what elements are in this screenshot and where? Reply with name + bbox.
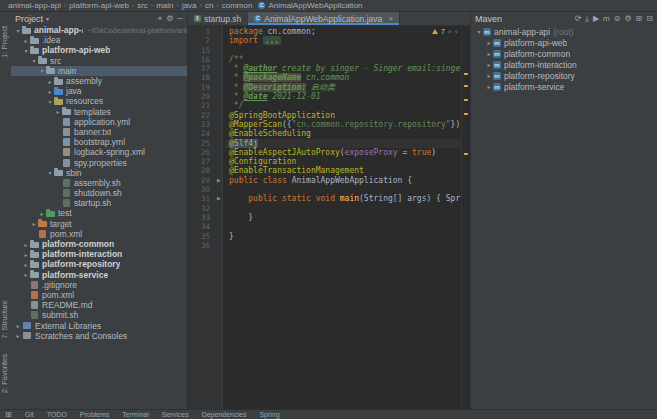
code-line-30[interactable]: 30 — [188, 185, 462, 194]
chevron-closed-icon[interactable]: ▸ — [22, 251, 30, 258]
chevron-closed-icon[interactable]: ▸ — [485, 50, 493, 57]
code-line-29[interactable]: 29▶public class AnimalAppWebApplication … — [188, 176, 462, 185]
editor-scrollbar[interactable] — [461, 25, 470, 410]
code-line-23[interactable]: 23@MapperScan({"cn.common.repository.rep… — [188, 120, 462, 129]
chevron-closed-icon[interactable]: ▸ — [22, 261, 30, 268]
maven-item-platform-common[interactable]: ▸mplatform-common — [471, 48, 657, 59]
tree-item-spy-properties[interactable]: spy.properties — [11, 157, 187, 167]
code-line-24[interactable]: 24@EnableScheduling — [188, 129, 462, 138]
maven-item-platform-api-web[interactable]: ▸mplatform-api-web — [471, 37, 657, 48]
tree-item-banner-txt[interactable]: banner.txt — [11, 127, 187, 137]
statusbar-item-spring[interactable]: Spring — [259, 411, 279, 418]
code-line-35[interactable]: 35} — [188, 232, 462, 241]
hide-icon[interactable]: ─ — [177, 14, 183, 23]
code-line-22[interactable]: 22@SpringBootApplication — [188, 111, 462, 120]
code-line-25[interactable]: 25@Slf4j — [188, 139, 462, 148]
chevron-closed-icon[interactable]: ▸ — [22, 37, 30, 44]
statusbar-item-dependencies[interactable]: Dependencies — [202, 411, 247, 418]
chevron-down-icon[interactable]: ▾ — [46, 15, 49, 22]
code-line-33[interactable]: 33 } — [188, 213, 462, 222]
stripe-project-button[interactable]: 1: Project — [0, 26, 9, 58]
tree-item-scratches-and-consoles[interactable]: ▸Scratches and Consoles — [11, 331, 187, 341]
tree-item-bootstrap-yml[interactable]: bootstrap.yml — [11, 137, 187, 147]
chevron-open-icon[interactable]: ▾ — [475, 28, 483, 35]
statusbar-item-services[interactable]: Services — [162, 411, 189, 418]
chevron-closed-icon[interactable]: ▸ — [485, 72, 493, 79]
nav-class-name[interactable]: AnimalAppWebApplication — [268, 1, 362, 10]
code-line-20[interactable]: 20 * @date 2021-12-01 — [188, 92, 462, 101]
tree-item-application-yml[interactable]: application.yml — [11, 117, 187, 127]
chevron-closed-icon[interactable]: ▸ — [22, 241, 30, 248]
tree-item-animal-app-api[interactable]: ▾animal-app-api~/GitCode/animal-platform… — [11, 25, 187, 35]
tree-item-assembly[interactable]: ▸assembly — [11, 76, 187, 86]
code-line-28[interactable]: 28@EnableTransactionManagement — [188, 166, 462, 175]
warning-stripe-mark[interactable] — [464, 99, 468, 101]
chevron-closed-icon[interactable]: ▸ — [485, 61, 493, 68]
tree-item-external-libraries[interactable]: ▸External Libraries — [11, 320, 187, 330]
code-line-27[interactable]: 27@Configuration — [188, 157, 462, 166]
project-panel-title[interactable]: Project — [15, 14, 43, 24]
chevron-closed-icon[interactable]: ▸ — [14, 322, 22, 329]
breadcrumb-item-cn[interactable]: cn — [205, 1, 213, 10]
settings-icon[interactable]: ⚙ — [166, 14, 173, 23]
stripe-structure-button[interactable]: 7: Structure — [0, 300, 9, 339]
tree-item-test[interactable]: ▸test — [11, 208, 187, 218]
tree-item-main[interactable]: ▾main — [11, 66, 187, 76]
breadcrumb-item-common[interactable]: common — [222, 1, 253, 10]
chevron-closed-icon[interactable]: ▸ — [38, 210, 46, 217]
tree-item-platform-common[interactable]: ▸platform-common — [11, 239, 187, 249]
breadcrumb-item-main[interactable]: main — [156, 1, 173, 10]
tree-item-platform-interaction[interactable]: ▸platform-interaction — [11, 249, 187, 259]
tree-item-submit-sh[interactable]: submit.sh — [11, 310, 187, 320]
code-area[interactable]: 1package cn.common;2import ...1516/**17 … — [188, 27, 462, 410]
tree-item-idea[interactable]: ▸.idea — [11, 35, 187, 45]
tree-item-logback-spring-xml[interactable]: logback-spring.xml — [11, 147, 187, 157]
tree-item-java[interactable]: ▸java — [11, 86, 187, 96]
code-line-32[interactable]: 32 — [188, 204, 462, 213]
breadcrumb-item-src[interactable]: src — [137, 1, 148, 10]
breadcrumb-item-platform-api-web[interactable]: platform-api-web — [69, 1, 129, 10]
chevron-closed-icon[interactable]: ▸ — [485, 39, 493, 46]
code-line-26[interactable]: 26@EnableAspectJAutoProxy(exposeProxy = … — [188, 148, 462, 157]
maven-item-platform-service[interactable]: ▸mplatform-service — [471, 81, 657, 92]
code-line-16[interactable]: 16/** — [188, 55, 462, 64]
tree-item-src[interactable]: ▾src — [11, 56, 187, 66]
execute-goal-icon[interactable]: m — [603, 14, 610, 23]
tool-window-switcher-icon[interactable]: ⊞ — [5, 410, 12, 419]
warning-stripe-mark[interactable] — [464, 73, 468, 75]
download-sources-icon[interactable]: ⤓ — [585, 14, 589, 23]
chevron-open-icon[interactable]: ▾ — [38, 67, 46, 74]
chevron-closed-icon[interactable]: ▸ — [30, 220, 38, 227]
code-line-2[interactable]: 2import ... — [188, 36, 462, 45]
chevron-closed-icon[interactable]: ▸ — [14, 332, 22, 339]
statusbar-item-problems[interactable]: Problems — [80, 411, 110, 418]
maven-item-platform-interaction[interactable]: ▸mplatform-interaction — [471, 59, 657, 70]
chevron-open-icon[interactable]: ▾ — [30, 57, 38, 64]
warning-stripe-mark[interactable] — [464, 85, 468, 87]
next-warning-icon[interactable]: ˅ — [454, 29, 458, 35]
chevron-closed-icon[interactable]: ▸ — [54, 108, 62, 115]
statusbar-item-terminal[interactable]: Terminal — [122, 411, 148, 418]
tree-item-sbin[interactable]: ▾sbin — [11, 168, 187, 178]
run-icon[interactable]: ▶ — [213, 176, 225, 185]
stripe-favorites-button[interactable]: 2: Favorites — [0, 354, 9, 393]
prev-warning-icon[interactable]: ˄ — [448, 29, 452, 35]
run-icon[interactable]: ▶ — [213, 194, 225, 203]
collapse-all-icon[interactable]: ⊟ — [646, 14, 653, 23]
tree-item-platform-service[interactable]: ▸platform-service — [11, 270, 187, 280]
tree-item-gitignore[interactable]: .gitignore — [11, 280, 187, 290]
chevron-open-icon[interactable]: ▾ — [14, 27, 22, 34]
refresh-icon[interactable]: ⟳ — [575, 14, 582, 23]
code-line-34[interactable]: 34 — [188, 222, 462, 231]
code-line-15[interactable]: 15 — [188, 46, 462, 55]
statusbar-item-todo[interactable]: TODO — [47, 411, 67, 418]
maven-item-animal-app-api[interactable]: ▾manimal-app-api(root) — [471, 26, 657, 37]
code-line-19[interactable]: 19 * @Description: 启动类 — [188, 83, 462, 92]
code-line-1[interactable]: 1package cn.common; — [188, 27, 462, 36]
chevron-closed-icon[interactable]: ▸ — [22, 271, 30, 278]
tree-item-templates[interactable]: ▸templates — [11, 107, 187, 117]
tree-item-target[interactable]: ▸target — [11, 219, 187, 229]
tree-item-startup-sh[interactable]: startup.sh — [11, 198, 187, 208]
chevron-open-icon[interactable]: ▾ — [46, 98, 54, 105]
expand-all-icon[interactable]: ⊞ — [636, 14, 643, 23]
